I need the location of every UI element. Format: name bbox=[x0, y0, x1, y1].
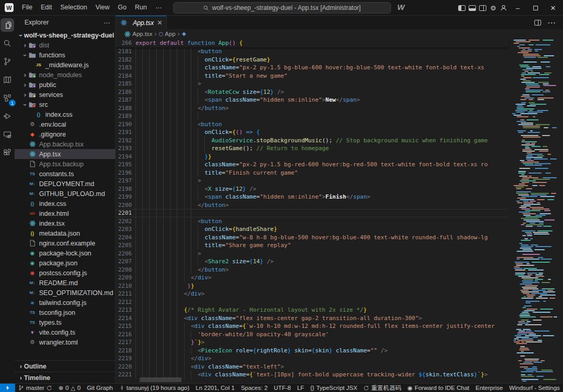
code-line-2203[interactable]: 2203 onClick={handleShare} bbox=[116, 225, 508, 234]
tree-file-wrangler-toml[interactable]: ⚙wrangler.toml bbox=[15, 337, 115, 347]
code-line-2191[interactable]: 2191 onClick={() => { bbox=[116, 128, 508, 137]
tree-file-vite-config-ts[interactable]: ▼vite.config.ts bbox=[15, 327, 115, 337]
code-line-2197[interactable]: 2197 > bbox=[116, 177, 508, 185]
code-line-2189[interactable]: 2189 bbox=[116, 112, 508, 120]
tree-file-index-html[interactable]: </>index.html bbox=[15, 209, 115, 218]
tree-folder-services[interactable]: ›services bbox=[15, 90, 115, 100]
activitybar-map-icon[interactable] bbox=[1, 73, 14, 87]
tree-file-package-lock-json[interactable]: ◉package-lock.json bbox=[15, 248, 115, 258]
code-line-2196[interactable]: 2196 title="Finish current game" bbox=[116, 169, 508, 177]
code-line-2185[interactable]: 2185 > bbox=[116, 80, 508, 88]
activitybar-extensions-icon[interactable] bbox=[1, 146, 14, 160]
code-line-2200[interactable]: 2200 </button> bbox=[116, 201, 508, 210]
panel-timeline[interactable]: ›Timeline bbox=[15, 372, 115, 383]
editor-more-actions-icon[interactable]: ⋯ bbox=[547, 18, 556, 28]
split-editor-icon[interactable] bbox=[534, 20, 541, 26]
status-windsurf-settings[interactable]: Windsurf - Settings bbox=[506, 384, 563, 392]
tree-file-constants-ts[interactable]: TSconstants.ts bbox=[15, 169, 115, 179]
code-line-2204[interactable]: 2204 className="w-8 h-8 bg-blue-500 hove… bbox=[116, 234, 508, 242]
breadcrumb-item-symbol[interactable]: ❖ bbox=[182, 31, 187, 37]
tree-file-seo-optimization-md[interactable]: M↓SEO_OPTIMIZATION.md bbox=[15, 288, 115, 298]
tree-file-index-tsx[interactable]: index.tsx bbox=[15, 218, 115, 228]
code-line-2215[interactable]: 2215 <div className={`w-10 h-10 md:w-12 … bbox=[116, 322, 508, 330]
tree-file--gitignore[interactable]: ◆.gitignore bbox=[15, 129, 115, 139]
status-language-mode[interactable]: {}TypeScript JSX bbox=[307, 384, 360, 392]
tree-file--env-local[interactable]: ⚙.env.local bbox=[15, 119, 115, 129]
code-line-2188[interactable]: 2188 </button> bbox=[116, 104, 508, 113]
sticky-scroll-line[interactable]: 266export default function App() { bbox=[116, 39, 508, 47]
code-line-2208[interactable]: 2208 </button> bbox=[116, 266, 508, 274]
activitybar-run-debug-icon[interactable] bbox=[1, 109, 14, 123]
code-line-2212[interactable]: 2212 bbox=[116, 298, 508, 307]
breadcrumb-item-app[interactable]: ⬡App bbox=[158, 31, 175, 37]
status-git-branch[interactable]: master bbox=[15, 384, 55, 392]
tree-folder-public[interactable]: ›public bbox=[15, 80, 115, 90]
tab-close-icon[interactable]: ✕ bbox=[157, 19, 163, 27]
status-remote-indicator[interactable] bbox=[0, 384, 15, 392]
menu-run[interactable]: Run bbox=[131, 2, 151, 13]
status-git-blame[interactable]: tansunyj (19 hours ago) bbox=[116, 384, 193, 392]
tree-file-nginx-conf-example[interactable]: nginx.conf.example bbox=[15, 238, 115, 248]
tree-file-app-tsx[interactable]: App.tsx bbox=[15, 149, 115, 159]
tree-file-tailwind-config-js[interactable]: ≈tailwind.config.js bbox=[15, 298, 115, 308]
status-forward-ide-chat[interactable]: ◉Forward to IDE Chat bbox=[405, 384, 472, 392]
tree-file-package-json[interactable]: ◉package.json bbox=[15, 258, 115, 268]
status-cursor-position[interactable]: Ln 2201, Col 1 bbox=[192, 384, 238, 392]
toggle-primary-sidebar-icon[interactable] bbox=[457, 0, 467, 16]
menu-edit[interactable]: Edit bbox=[36, 2, 56, 13]
tree-root-folder[interactable]: ›wolf-vs-sheep_-strategy-duel bbox=[15, 30, 115, 40]
code-editor[interactable]: 266export default function App() { 2181 … bbox=[116, 39, 563, 383]
code-line-2193[interactable]: 2193 resetGame(); // Return to homepage bbox=[116, 144, 508, 153]
code-line-2216[interactable]: 2216 'border-white/10 opacity-40 graysca… bbox=[116, 330, 508, 339]
tree-file-app-backup-tsx[interactable]: App.backup.tsx bbox=[15, 139, 115, 149]
tab-app-tsx[interactable]: App.tsx ✕ bbox=[116, 16, 167, 29]
explorer-more-actions-icon[interactable]: ⋯ bbox=[104, 19, 111, 27]
close-button[interactable]: ✕ bbox=[544, 0, 562, 16]
activitybar-search-icon[interactable] bbox=[1, 36, 14, 50]
maximize-button[interactable] bbox=[527, 0, 544, 16]
code-line-2190[interactable]: 2190 <button bbox=[116, 120, 508, 129]
status-encoding[interactable]: UTF-8 bbox=[271, 384, 294, 392]
toggle-secondary-sidebar-icon[interactable] bbox=[478, 0, 488, 16]
horizontal-scrollbar[interactable] bbox=[140, 377, 181, 382]
status-indentation[interactable]: Spaces: 2 bbox=[238, 384, 271, 392]
tree-file-postcss-config-js[interactable]: ◉postcss.config.js bbox=[15, 268, 115, 278]
menu-file[interactable]: File bbox=[18, 2, 36, 13]
code-line-2182[interactable]: 2182 onClick={resetGame} bbox=[116, 56, 508, 64]
code-line-2202[interactable]: 2202 <button bbox=[116, 217, 508, 226]
tree-file-readme-md[interactable]: M↓README.md bbox=[15, 278, 115, 288]
tree-folder-dist[interactable]: ›dist bbox=[15, 40, 115, 50]
activitybar-remote-window-icon[interactable] bbox=[1, 128, 14, 141]
code-line-2181[interactable]: 2181 <button bbox=[116, 47, 508, 56]
tree-file-types-ts[interactable]: TStypes.ts bbox=[15, 317, 115, 327]
code-line-2218[interactable]: 2218 <PieceIcon role={rightRole} skin={s… bbox=[116, 347, 508, 355]
panel-outline[interactable]: ›Outline bbox=[15, 360, 115, 372]
status-enterprise[interactable]: Enterprise bbox=[472, 384, 506, 392]
code-line-2209[interactable]: 2209 </div> bbox=[116, 274, 508, 282]
code-line-2186[interactable]: 2186 <RotateCcw size={12} /> bbox=[116, 88, 508, 96]
tree-file-index-css[interactable]: {}index.css bbox=[15, 199, 115, 209]
code-line-2184[interactable]: 2184 title="Start a new game" bbox=[116, 72, 508, 80]
code-line-2219[interactable]: 2219 </div> bbox=[116, 354, 508, 363]
tree-file-github-upload-md[interactable]: M↓GITHUB_UPLOAD.md bbox=[15, 189, 115, 199]
tree-folder-functions[interactable]: ›functions bbox=[15, 50, 115, 60]
code-line-2213[interactable]: 2213 {/* Right Avatar - Horizontal layou… bbox=[116, 306, 508, 314]
tree-file-deployment-md[interactable]: M↓DEPLOYMENT.md bbox=[15, 179, 115, 189]
code-line-2205[interactable]: 2205 title="Share game replay" bbox=[116, 241, 508, 250]
code-line-2187[interactable]: 2187 <span className="hidden sm:inline">… bbox=[116, 96, 508, 104]
tree-folder-src[interactable]: ›src bbox=[15, 100, 115, 109]
menu-go[interactable]: Go bbox=[114, 2, 131, 13]
menu-selection[interactable]: Selection bbox=[56, 2, 91, 13]
status-eol[interactable]: LF bbox=[294, 384, 307, 392]
code-line-2195[interactable]: 2195 className="px-2 py-1.5 bg-red-600 h… bbox=[116, 161, 508, 169]
activitybar-explorer-icon[interactable] bbox=[1, 18, 14, 32]
tree-file-tsconfig-json[interactable]: TStsconfig.json bbox=[15, 308, 115, 317]
code-line-2198[interactable]: 2198 <X size={12} /> bbox=[116, 185, 508, 193]
code-line-2210[interactable]: 2210 )} bbox=[116, 282, 508, 290]
code-line-2211[interactable]: 2211 </div> bbox=[116, 290, 508, 298]
code-line-2192[interactable]: 2192 AudioService.stopBackgroundMusic();… bbox=[116, 137, 508, 145]
tree-file--middleware-js[interactable]: JS_middleware.js bbox=[15, 60, 115, 70]
tree-folder-node-modules[interactable]: ›node_modules bbox=[15, 70, 115, 80]
code-line-2220[interactable]: 2220 <div className="text-left"> bbox=[116, 363, 508, 371]
code-line-2201[interactable]: 2201 bbox=[116, 209, 508, 217]
